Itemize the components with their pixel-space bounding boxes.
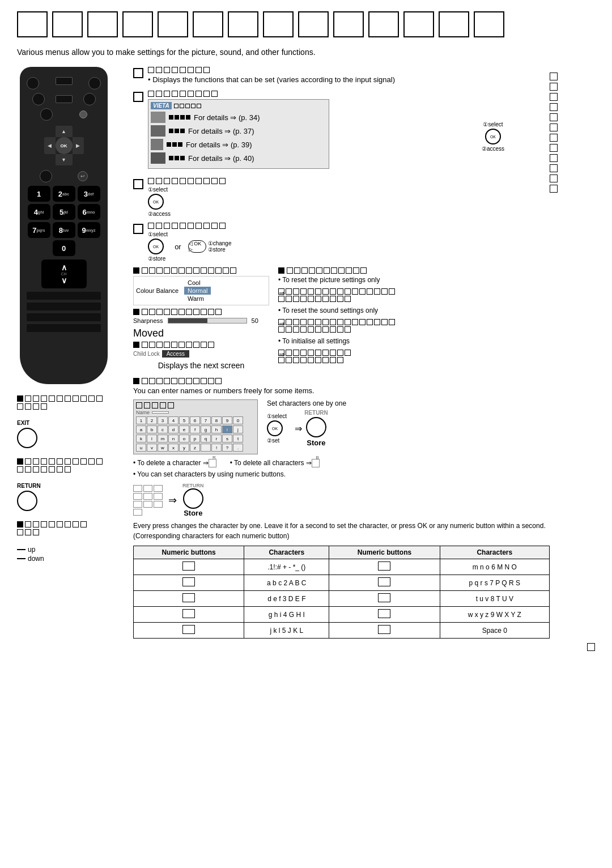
remote-wide-btn-4[interactable] (27, 324, 101, 332)
delete-row: • To delete a character ⇒ R • To delete … (133, 459, 550, 467)
remote-btn-l1[interactable] (40, 108, 53, 121)
header-sq-11 (368, 11, 399, 37)
label-block-2 (17, 458, 122, 473)
remote-wide-btn-1[interactable] (27, 292, 101, 300)
remote-btn-r2[interactable] (56, 95, 73, 103)
ch-block: ∧ CH ∨ (41, 259, 87, 288)
return-block: RETURN (17, 483, 122, 511)
num-9-btn[interactable]: 9wxyz (78, 222, 100, 238)
child-lock-value[interactable]: Access (162, 350, 189, 358)
reset-section: • To reset the picture settings only ⇒ •… (278, 267, 550, 363)
store-label: ②store (148, 256, 168, 262)
name-entry-area: Name 123 456 789 0 abc def ghi j (133, 399, 258, 454)
access-annotation: ②access (482, 146, 504, 152)
chars-r2c2: a b c 2 A B C (244, 575, 329, 591)
remote-btn-r3[interactable] (83, 93, 96, 105)
num-sq-r2c3 (378, 577, 390, 586)
detail-p40: For details ⇒ (p. 40) (188, 154, 254, 163)
remote-btn-top-rect[interactable] (56, 77, 73, 85)
sharpness-value: 50 (252, 317, 258, 324)
num-3-btn[interactable]: 3def (78, 186, 100, 202)
num-5-btn[interactable]: 5jkl (53, 204, 75, 220)
name-input[interactable] (152, 411, 169, 414)
up-down-block: up down (17, 546, 122, 563)
remote-btn-back[interactable] (40, 170, 52, 182)
header-sq-14 (474, 11, 504, 37)
ok-name-btn: OK (267, 420, 283, 436)
right-sq-4 (550, 103, 558, 111)
num-sq-r4c1 (182, 609, 195, 618)
remote-wide-btn-2[interactable] (27, 303, 101, 310)
num-sq-r1c1 (182, 561, 195, 571)
return-label: RETURN (17, 483, 122, 489)
child-lock-label: Child Lock (133, 351, 160, 357)
select-label-3: ①select (148, 231, 168, 237)
num-4-btn[interactable]: 4ghi (28, 204, 50, 220)
exit-button[interactable] (17, 428, 37, 448)
arrow-right-btn[interactable]: ▶ (73, 137, 84, 154)
remote-btn-top2[interactable] (88, 77, 101, 90)
sharpness-bar[interactable] (168, 318, 247, 324)
num-1-btn[interactable]: 1 (28, 186, 50, 202)
store-circle-btn[interactable] (183, 488, 203, 509)
vieta-logo: VIETA (151, 102, 172, 109)
displays-next: Displays the next screen (133, 361, 269, 370)
remote-btn-menu[interactable] (32, 93, 45, 105)
store-label-2: Store (184, 509, 202, 517)
detail-p37: For details ⇒ (p. 37) (188, 127, 254, 135)
num-2-btn[interactable]: 2abc (53, 186, 75, 202)
num-6-btn[interactable]: 6mno (78, 204, 100, 220)
store-label-diag: Store (307, 439, 325, 447)
delete-char-btn[interactable]: R (209, 459, 216, 467)
remote-control: ▲ ◀ OK ▶ ▼ ↩ 1 2abc 3def 4ghi 5jkl (20, 67, 108, 384)
normal-option[interactable]: Normal (184, 287, 211, 295)
remote-wide-btn-3[interactable] (27, 313, 101, 321)
header-sq-10 (333, 11, 364, 37)
detail-row-4: For details ⇒ (p. 40) (151, 152, 326, 164)
page-header (17, 11, 595, 37)
remote-btn-return-icon[interactable]: ↩ (78, 171, 88, 181)
header-sq-13 (439, 11, 469, 37)
warm-option[interactable]: Warm (184, 295, 211, 303)
detail-p34: For details ⇒ (p. 34) (194, 113, 260, 122)
remote-btn-power[interactable] (27, 77, 39, 90)
num-0-btn[interactable]: 0 (53, 240, 75, 256)
intro-text: Various menus allow you to make settings… (17, 48, 595, 57)
detail-row-2: For details ⇒ (p. 37) (151, 125, 326, 137)
arrow-left-btn[interactable]: ◀ (44, 137, 56, 154)
numpad: 1 2abc 3def 4ghi 5jkl 6mno 7pqrs 8tuv 9w… (28, 186, 100, 256)
return-button[interactable] (17, 491, 37, 511)
up-label: up (28, 546, 35, 554)
delete-all-btn[interactable]: B (312, 459, 320, 467)
colour-balance-box: Colour Balance Cool Normal Warm (133, 276, 269, 305)
num-8-btn[interactable]: 8tuv (53, 222, 75, 238)
name-entry-title: You can enter names or numbers freely fo… (133, 386, 550, 395)
colour-balance-label: Colour Balance (136, 287, 184, 294)
content-column: • Displays the functions that can be set… (122, 67, 550, 639)
arrow-up-btn[interactable]: ▲ (56, 126, 73, 137)
right-sq-10 (550, 164, 558, 172)
ok-diag-2: OK (148, 194, 164, 210)
chars-r1c2: .1!:# + - *_ () (244, 559, 329, 575)
child-lock-row: Child Lock Access (133, 350, 269, 358)
return-circle-diag (306, 417, 326, 437)
header-sq-4 (122, 11, 153, 37)
exit-block: EXIT (17, 420, 122, 448)
num-7-btn[interactable]: 7pqrs (28, 222, 50, 238)
ok-cluster[interactable]: ▲ ◀ OK ▶ ▼ (44, 126, 84, 165)
num-sq-r2c1 (182, 577, 195, 586)
ok-btn[interactable]: OK (56, 137, 73, 154)
num-sq-r1c3 (378, 561, 390, 571)
header-sq-5 (158, 11, 188, 37)
setup-icon (151, 152, 165, 164)
arrow-down-btn[interactable]: ▼ (56, 154, 73, 165)
return-label-diag: RETURN (304, 410, 328, 416)
exit-label: EXIT (17, 420, 122, 426)
header-sq-7 (228, 11, 258, 37)
initialise-all: To initialise all settings (282, 337, 350, 345)
chars-r4c4: w x y z 9 W X Y Z (440, 607, 549, 623)
cool-option[interactable]: Cool (184, 279, 211, 287)
ch-label: CH (44, 272, 84, 276)
table-row: g h i 4 G H I w x y z 9 W X Y Z (134, 607, 550, 623)
characters-table: Numeric buttons Characters Numeric butto… (133, 546, 550, 639)
